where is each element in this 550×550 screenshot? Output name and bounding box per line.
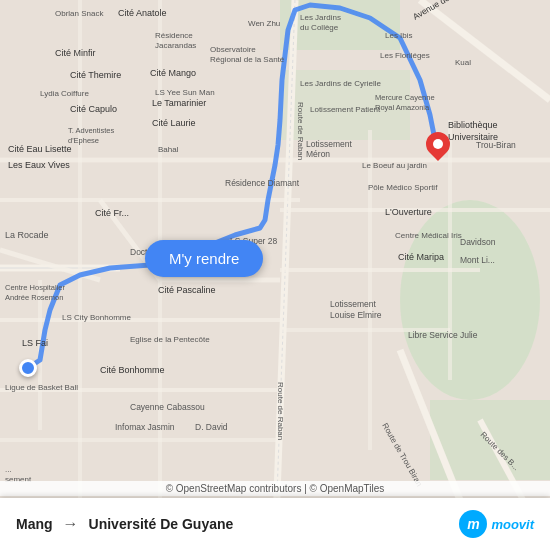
svg-text:Ligue de Basket Ball: Ligue de Basket Ball	[5, 383, 78, 392]
svg-text:Cité Maripa: Cité Maripa	[398, 252, 444, 262]
map-svg: Obrlan Snack Cité Anatole Wen Zhu Cité M…	[0, 0, 550, 550]
svg-text:Eglise de la Pentecôte: Eglise de la Pentecôte	[130, 335, 210, 344]
navigate-button[interactable]: M'y rendre	[145, 240, 263, 277]
svg-text:Le Boeuf au jardin: Le Boeuf au jardin	[362, 161, 427, 170]
svg-text:D. David: D. David	[195, 422, 228, 432]
svg-text:Jacarandas: Jacarandas	[155, 41, 196, 50]
svg-text:Louise Elmire: Louise Elmire	[330, 310, 382, 320]
svg-text:Les Floriléges: Les Floriléges	[380, 51, 430, 60]
svg-text:...: ...	[5, 465, 12, 474]
svg-text:Régional de la Santé: Régional de la Santé	[210, 55, 285, 64]
svg-text:Cité Eau Lisette: Cité Eau Lisette	[8, 144, 72, 154]
svg-text:LS Yee Sun Man: LS Yee Sun Man	[155, 88, 215, 97]
svg-text:Cayenne Cabassou: Cayenne Cabassou	[130, 402, 205, 412]
svg-text:Royal Amazonia: Royal Amazonia	[375, 103, 430, 112]
svg-text:Cité Bonhomme: Cité Bonhomme	[100, 365, 165, 375]
svg-text:Cité Capulo: Cité Capulo	[70, 104, 117, 114]
svg-text:Cité Themire: Cité Themire	[70, 70, 121, 80]
svg-text:Infomax Jasmin: Infomax Jasmin	[115, 422, 175, 432]
moovit-logo: m moovit	[459, 510, 534, 538]
map-container: Obrlan Snack Cité Anatole Wen Zhu Cité M…	[0, 0, 550, 550]
svg-text:Kual: Kual	[455, 58, 471, 67]
svg-text:Les Jardins de Cyrielle: Les Jardins de Cyrielle	[300, 79, 381, 88]
origin-pin	[19, 359, 37, 377]
destination-label: Université De Guyane	[89, 516, 460, 532]
svg-text:Obrlan Snack: Obrlan Snack	[55, 9, 104, 18]
svg-text:Mercure Cayenne: Mercure Cayenne	[375, 93, 435, 102]
svg-text:Wen Zhu: Wen Zhu	[248, 19, 280, 28]
svg-text:Les Jardins: Les Jardins	[300, 13, 341, 22]
svg-line-6	[420, 0, 550, 100]
svg-text:Andrée Rosemon: Andrée Rosemon	[5, 293, 63, 302]
svg-text:Méron: Méron	[306, 149, 330, 159]
svg-point-0	[400, 200, 540, 400]
svg-text:Trou-Biran: Trou-Biran	[476, 140, 516, 150]
svg-text:Lotissement: Lotissement	[330, 299, 376, 309]
svg-text:Bibliothèque: Bibliothèque	[448, 120, 498, 130]
svg-text:Centre Hospitalier: Centre Hospitalier	[5, 283, 66, 292]
svg-text:Lotissement Patient: Lotissement Patient	[310, 105, 381, 114]
svg-text:Route de Raban: Route de Raban	[296, 102, 305, 160]
moovit-logo-circle: m	[459, 510, 487, 538]
svg-text:La Rocade: La Rocade	[5, 230, 49, 240]
svg-text:Résidence: Résidence	[155, 31, 193, 40]
svg-text:Route de Trou Biran: Route de Trou Biran	[380, 422, 424, 489]
svg-text:Lotissement: Lotissement	[306, 139, 352, 149]
svg-text:Cité Mango: Cité Mango	[150, 68, 196, 78]
origin-label: Mang	[16, 516, 53, 532]
svg-text:Mont Li...: Mont Li...	[460, 255, 495, 265]
svg-text:Cité Pascaline: Cité Pascaline	[158, 285, 216, 295]
svg-text:LS City Bonhomme: LS City Bonhomme	[62, 313, 131, 322]
svg-text:L'Ouverture: L'Ouverture	[385, 207, 432, 217]
svg-text:Les Ibis: Les Ibis	[385, 31, 413, 40]
svg-text:Centre Médical Iris: Centre Médical Iris	[395, 231, 462, 240]
svg-text:Le Tamarinier: Le Tamarinier	[152, 98, 206, 108]
moovit-m-letter: m	[467, 516, 479, 532]
svg-text:Cité Laurie: Cité Laurie	[152, 118, 196, 128]
svg-text:Les Eaux Vives: Les Eaux Vives	[8, 160, 70, 170]
svg-text:Bahal: Bahal	[158, 145, 179, 154]
svg-text:T. Adventistes: T. Adventistes	[68, 126, 115, 135]
attribution-bar: © OpenStreetMap contributors | © OpenMap…	[0, 481, 550, 496]
svg-text:Résidence Diamant: Résidence Diamant	[225, 178, 300, 188]
destination-pin	[426, 132, 450, 156]
svg-text:d'Ephese: d'Ephese	[68, 136, 99, 145]
svg-text:Pôle Médico Sportif: Pôle Médico Sportif	[368, 183, 438, 192]
svg-text:Davidson: Davidson	[460, 237, 496, 247]
svg-text:Observatoire: Observatoire	[210, 45, 256, 54]
moovit-text: moovit	[491, 517, 534, 532]
svg-text:Cité Fr...: Cité Fr...	[95, 208, 129, 218]
svg-text:Cité Minfir: Cité Minfir	[55, 48, 96, 58]
svg-text:Lydia Coiffure: Lydia Coiffure	[40, 89, 89, 98]
svg-text:Libre Service Julie: Libre Service Julie	[408, 330, 478, 340]
svg-text:Cité Anatole: Cité Anatole	[118, 8, 167, 18]
svg-text:Route de Raban: Route de Raban	[276, 382, 285, 440]
route-arrow-icon: →	[63, 515, 79, 533]
bottom-bar: Mang → Université De Guyane m moovit	[0, 498, 550, 550]
svg-text:du Collège: du Collège	[300, 23, 339, 32]
svg-text:LS Fai: LS Fai	[22, 338, 48, 348]
